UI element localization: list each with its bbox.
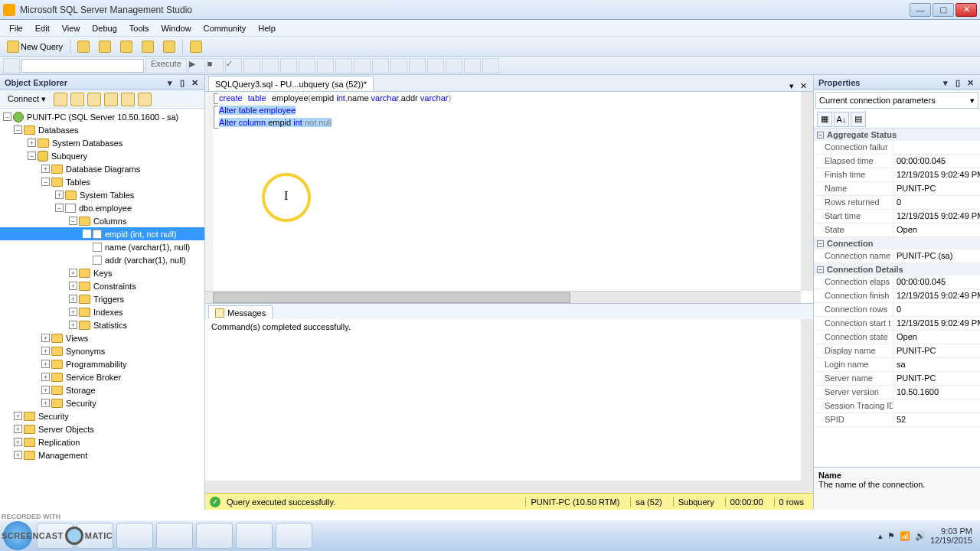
panel-dropdown-icon[interactable]: ▾ [940,77,951,88]
menu-tools[interactable]: Tools [123,22,155,34]
prop-row[interactable]: Finish time12/19/2015 9:02:49 PM [814,168,980,182]
properties-selector[interactable]: Current connection parameters ▾ [815,92,978,109]
oe-toolbar-btn-4[interactable] [104,93,118,106]
toolbar-btn-1[interactable] [74,39,93,54]
toolbar2-btn-7[interactable] [280,58,297,73]
parse-button[interactable]: ✓ [225,58,242,73]
alphabetize-button[interactable]: A↓ [834,112,849,127]
tray-flag-icon[interactable]: ⚑ [887,531,895,541]
panel-dropdown-icon[interactable]: ▾ [165,77,175,88]
close-button[interactable]: ✕ [956,3,977,17]
msg-horizontal-scrollbar[interactable] [205,481,801,493]
prop-cat-aggregate[interactable]: −Aggregate Status [814,129,980,141]
tray-network-icon[interactable]: 📶 [900,531,910,541]
toolbar2-btn[interactable] [3,58,20,73]
toolbar-btn-2[interactable] [95,39,115,54]
database-combo[interactable] [21,59,144,73]
toolbar2-btn-14[interactable] [409,58,426,73]
tab-dropdown-icon[interactable]: ▾ [786,81,797,91]
tree-columns[interactable]: −Columns [0,214,204,227]
toolbar2-btn-12[interactable] [372,58,389,73]
toolbar2-btn-9[interactable] [317,58,334,73]
toolbar2-btn-18[interactable] [482,58,499,73]
panel-pin-icon[interactable]: ▯ [952,77,963,88]
taskbar-app-3[interactable] [116,523,153,549]
prop-row[interactable]: Session Tracing ID [814,399,980,413]
taskbar-app-6[interactable] [236,523,273,549]
tree-system-tables[interactable]: +System Tables [0,188,204,201]
messages-tab[interactable]: Messages [208,305,273,319]
tree-triggers[interactable]: +Triggers [0,292,204,305]
tree-tables[interactable]: −Tables [0,175,204,188]
prop-row[interactable]: Server version10.50.1600 [814,386,980,399]
tree-views[interactable]: +Views [0,331,204,344]
system-tray[interactable]: ▴ ⚑ 📶 🔊 9:03 PM 12/19/2015 [878,527,977,545]
tab-close-icon[interactable]: ✕ [797,81,810,91]
panel-close-icon[interactable]: ✕ [965,77,975,88]
tree-replication[interactable]: +Replication [0,435,204,448]
prop-row[interactable]: Connection finish12/19/2015 9:02:49 PM [814,289,980,303]
toolbar2-btn-8[interactable] [299,58,315,73]
sql-editor[interactable]: create table employee(empid int,name var… [205,92,813,303]
prop-row[interactable]: Display namePUNIT-PC [814,344,980,358]
prop-row[interactable]: Connection failur [814,141,980,155]
menu-community[interactable]: Community [198,22,253,34]
toolbar2-btn-13[interactable] [390,58,407,73]
vertical-scrollbar[interactable] [801,92,813,291]
oe-toolbar-btn-6[interactable] [138,93,152,106]
horizontal-scrollbar[interactable] [205,291,801,303]
tree-management[interactable]: +Management [0,448,204,461]
oe-toolbar-btn-5[interactable] [121,93,135,106]
prop-row[interactable]: Start time12/19/2015 9:02:49 PM [814,210,980,223]
menu-file[interactable]: File [3,22,29,34]
debug-button[interactable]: ▶ [188,58,205,73]
msg-vertical-scrollbar[interactable] [801,319,813,493]
toolbar2-btn-10[interactable] [335,58,352,73]
prop-row[interactable]: NamePUNIT-PC [814,182,980,196]
panel-close-icon[interactable]: ✕ [189,77,200,88]
toolbar2-btn-17[interactable] [464,58,481,73]
tree-statistics[interactable]: +Statistics [0,318,204,331]
menu-window[interactable]: Window [155,22,197,34]
prop-cat-connection-details[interactable]: −Connection Details [814,263,980,276]
taskbar-app-7[interactable] [276,523,312,549]
panel-pin-icon[interactable]: ▯ [177,77,188,88]
prop-row[interactable]: Rows returned0 [814,196,980,210]
menu-help[interactable]: Help [252,22,282,34]
execute-button[interactable]: Execute [145,58,187,73]
tree-subquery-db[interactable]: −Subquery [0,149,204,162]
toolbar-btn-4[interactable] [138,39,158,54]
tree-col-empid[interactable]: empid (int, not null) [0,227,204,240]
prop-row[interactable]: Connection start t12/19/2015 9:02:49 PM [814,317,980,331]
tree-storage[interactable]: +Storage [0,383,204,396]
tree-col-name[interactable]: name (varchar(1), null) [0,240,204,253]
prop-row[interactable]: Server namePUNIT-PC [814,372,980,386]
stop-button[interactable]: ■ [207,58,224,73]
new-query-button[interactable]: New Query [3,39,67,54]
taskbar-app-5[interactable] [196,523,233,549]
categorize-button[interactable]: ▦ [817,112,832,127]
menu-debug[interactable]: Debug [86,22,122,34]
tree-programmability[interactable]: +Programmability [0,357,204,370]
prop-row[interactable]: SPID52 [814,413,980,427]
menu-view[interactable]: View [56,22,87,34]
taskbar-app-4[interactable] [156,523,193,549]
tree-synonyms[interactable]: +Synonyms [0,344,204,357]
toolbar-btn-6[interactable] [186,39,206,54]
connect-button[interactable]: Connect ▾ [3,93,51,106]
prop-row[interactable]: Connection rows0 [814,303,980,317]
prop-row[interactable]: Connection namePUNIT-PC (sa) [814,249,980,263]
tray-volume-icon[interactable]: 🔊 [915,531,926,541]
tree-server-objects[interactable]: +Server Objects [0,422,204,435]
prop-row[interactable]: Elapsed time00:00:00.045 [814,155,980,168]
tree-col-addr[interactable]: addr (varchar(1), null) [0,253,204,266]
prop-row[interactable]: Connection elaps00:00:00.045 [814,276,980,289]
minimize-button[interactable]: — [910,3,931,17]
prop-row[interactable]: Connection stateOpen [814,331,980,344]
tree-database-diagrams[interactable]: +Database Diagrams [0,162,204,175]
tree-keys[interactable]: +Keys [0,266,204,279]
messages-pane[interactable]: Command(s) completed successfully. [205,319,813,493]
tray-chevron-icon[interactable]: ▴ [878,531,883,541]
oe-toolbar-btn-3[interactable] [87,93,101,106]
oe-toolbar-btn-2[interactable] [70,93,84,106]
